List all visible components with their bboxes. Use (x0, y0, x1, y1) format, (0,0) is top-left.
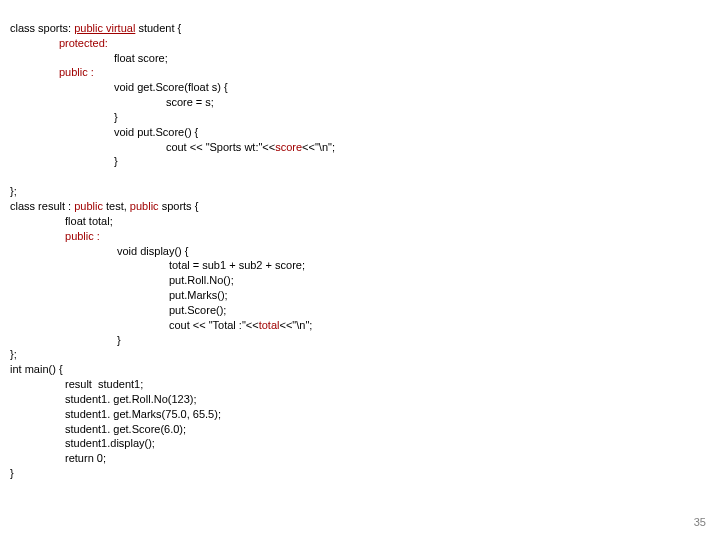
line-27: student1. get.Score(6.0); (65, 423, 186, 435)
line-1a: class sports: (10, 22, 74, 34)
page-number: 35 (694, 515, 706, 530)
line-17: put.Roll.No(); (169, 274, 234, 286)
line-12d-keyword: public (130, 200, 159, 212)
line-12a: class result : (10, 200, 74, 212)
line-25: student1. get.Roll.No(123); (65, 393, 196, 405)
line-12b-keyword: public (74, 200, 103, 212)
line-15: void display() { (117, 245, 189, 257)
line-10: } (114, 155, 118, 167)
line-26: student1. get.Marks(75.0, 65.5); (65, 408, 221, 420)
line-20b-keyword: total (259, 319, 280, 331)
line-30: } (10, 467, 14, 479)
line-11: }; (10, 185, 17, 197)
line-3: float score; (114, 52, 168, 64)
line-5: void get.Score(float s) { (114, 81, 228, 93)
line-8: void put.Score() { (114, 126, 198, 138)
line-1c: student { (135, 22, 181, 34)
line-9b-keyword: score (275, 141, 302, 153)
line-16: total = sub1 + sub2 + score; (169, 259, 305, 271)
line-20c: <<"\n"; (279, 319, 312, 331)
line-29: return 0; (65, 452, 106, 464)
line-19: put.Score(); (169, 304, 226, 316)
line-6: score = s; (166, 96, 214, 108)
line-24: result student1; (65, 378, 143, 390)
line-13: float total; (65, 215, 113, 227)
line-7: } (114, 111, 118, 123)
line-23: int main() { (10, 363, 63, 375)
line-20a: cout << "Total :"<< (169, 319, 259, 331)
line-4-keyword: public : (59, 66, 94, 78)
line-2-keyword: protected: (59, 37, 108, 49)
line-12e: sports { (159, 200, 199, 212)
line-18: put.Marks(); (169, 289, 228, 301)
line-22: }; (10, 348, 17, 360)
line-14-keyword: public : (65, 230, 100, 242)
line-28: student1.display(); (65, 437, 155, 449)
code-block: class sports: public virtual student { p… (0, 0, 720, 487)
line-1b-keyword: public virtual (74, 22, 135, 34)
line-9c: <<"\n"; (302, 141, 335, 153)
line-21: } (117, 334, 121, 346)
line-9a: cout << "Sports wt:"<< (166, 141, 275, 153)
line-12c: test, (103, 200, 130, 212)
